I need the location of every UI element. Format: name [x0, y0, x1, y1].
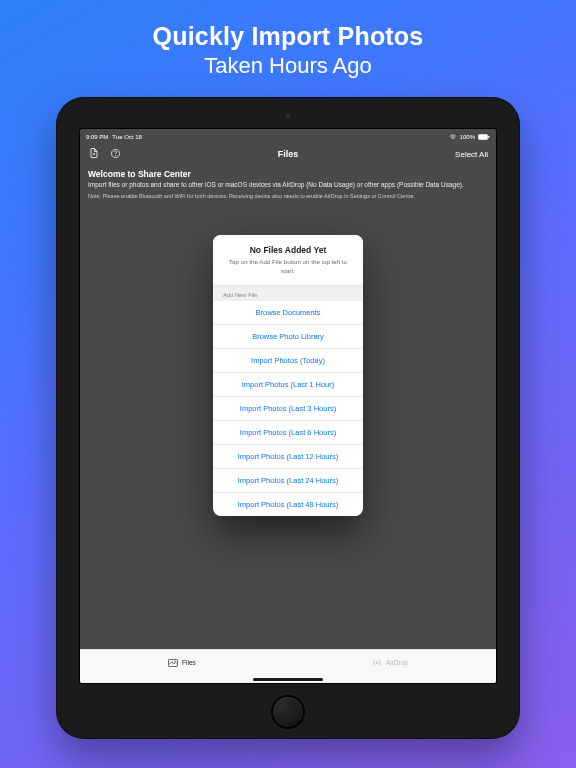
popover-section-header: Add New File	[213, 286, 363, 301]
tab-files[interactable]: Files	[168, 659, 196, 667]
popover-item-import-today[interactable]: Import Photos (Today)	[213, 349, 363, 373]
promo-subtitle: Taken Hours Ago	[153, 53, 424, 79]
popover-header: No Files Added Yet Tap on the Add File b…	[213, 235, 363, 285]
tab-airdrop-label: AirDrop	[386, 659, 408, 666]
intro-block: Welcome to Share Center Import files or …	[80, 165, 496, 207]
intro-description: Import files or photos and share to othe…	[88, 181, 488, 189]
popover-subtitle: Tap on the Add File button on the top le…	[223, 258, 353, 274]
status-time: 9:09 PM	[86, 134, 108, 140]
home-indicator[interactable]	[253, 678, 323, 681]
promo-text: Quickly Import Photos Taken Hours Ago	[153, 22, 424, 79]
intro-title: Welcome to Share Center	[88, 169, 488, 179]
select-all-button[interactable]: Select All	[455, 150, 488, 159]
battery-icon	[478, 134, 490, 141]
add-file-icon[interactable]	[88, 145, 100, 163]
tab-files-label: Files	[182, 659, 196, 666]
svg-point-5	[174, 660, 175, 661]
popover-title: No Files Added Yet	[223, 245, 353, 255]
popover-item-import-last-6h[interactable]: Import Photos (Last 6 Hours)	[213, 421, 363, 445]
popover-item-browse-documents[interactable]: Browse Documents	[213, 301, 363, 325]
promo-title: Quickly Import Photos	[153, 22, 424, 51]
wifi-icon	[449, 134, 457, 141]
nav-title: Files	[278, 149, 299, 159]
home-indicator-area	[80, 675, 496, 683]
svg-rect-1	[488, 135, 489, 137]
popover-item-import-last-3h[interactable]: Import Photos (Last 3 Hours)	[213, 397, 363, 421]
status-date: Tue Oct 18	[112, 134, 141, 140]
svg-point-6	[376, 662, 378, 664]
ipad-home-button[interactable]	[273, 697, 303, 727]
intro-note: Note: Please enable Bluetooth and WiFi f…	[88, 193, 488, 199]
popover-item-import-last-1h[interactable]: Import Photos (Last 1 Hour)	[213, 373, 363, 397]
airdrop-tab-icon	[372, 659, 382, 667]
tab-bar: Files AirDrop	[80, 649, 496, 675]
app-screen: 9:09 PM Tue Oct 18 100%	[80, 129, 496, 683]
nav-bar: Files Select All	[80, 143, 496, 165]
status-bar: 9:09 PM Tue Oct 18 100%	[80, 131, 496, 143]
tab-airdrop[interactable]: AirDrop	[372, 659, 408, 667]
popover-item-browse-photo-library[interactable]: Browse Photo Library	[213, 325, 363, 349]
popover-item-import-last-48h[interactable]: Import Photos (Last 48 Hours)	[213, 493, 363, 516]
content-area: No Files Added Yet Tap on the Add File b…	[80, 207, 496, 649]
add-file-popover: No Files Added Yet Tap on the Add File b…	[213, 235, 363, 515]
promo-background: Quickly Import Photos Taken Hours Ago 9:…	[0, 0, 576, 768]
help-icon[interactable]	[110, 145, 121, 163]
popover-item-import-last-12h[interactable]: Import Photos (Last 12 Hours)	[213, 445, 363, 469]
svg-rect-0	[479, 134, 488, 139]
files-tab-icon	[168, 659, 178, 667]
popover-item-import-last-24h[interactable]: Import Photos (Last 24 Hours)	[213, 469, 363, 493]
ipad-frame: 9:09 PM Tue Oct 18 100%	[56, 97, 520, 739]
svg-point-3	[115, 156, 116, 157]
ipad-camera	[286, 114, 291, 119]
battery-percent: 100%	[460, 134, 475, 140]
